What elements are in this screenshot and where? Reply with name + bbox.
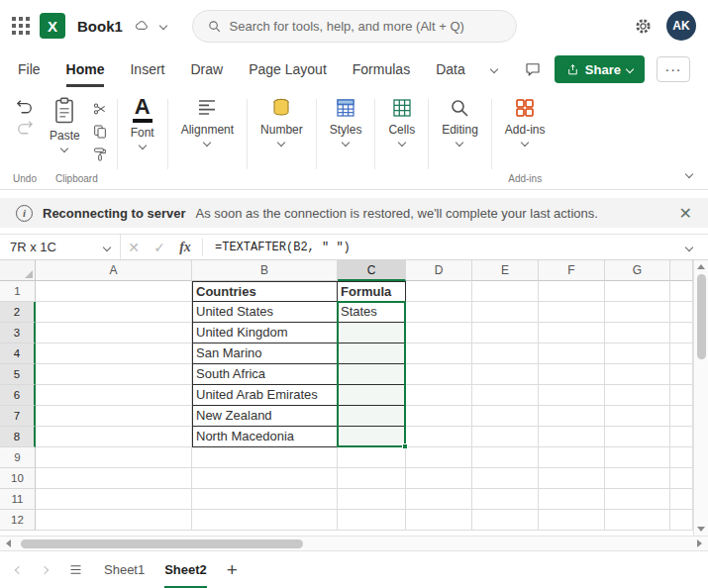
comments-button[interactable] — [523, 60, 543, 78]
cell-overflow-10[interactable] — [670, 468, 693, 489]
cell-F8[interactable] — [539, 427, 605, 447]
ribbon-collapse-chevron-icon[interactable] — [685, 170, 693, 178]
scroll-right-icon[interactable] — [697, 539, 702, 547]
cell-A10[interactable] — [36, 468, 192, 489]
cell-D4[interactable] — [406, 343, 472, 364]
column-header-G[interactable]: G — [605, 260, 670, 281]
cell-E11[interactable] — [472, 489, 539, 510]
select-all-corner[interactable] — [0, 260, 36, 281]
cell-C9[interactable] — [338, 447, 406, 468]
cell-C2[interactable]: States — [338, 302, 406, 323]
cell-A2[interactable] — [36, 302, 192, 323]
vertical-scroll-thumb[interactable] — [697, 274, 706, 359]
cell-A3[interactable] — [36, 323, 192, 343]
cell-D8[interactable] — [406, 427, 472, 447]
cell-B7[interactable]: New Zealand — [192, 406, 338, 427]
cut-button[interactable] — [92, 101, 108, 117]
menu-draw[interactable]: Draw — [190, 51, 223, 87]
cell-A1[interactable] — [36, 281, 192, 302]
cell-A6[interactable] — [36, 385, 192, 406]
excel-logo-icon[interactable]: X — [40, 13, 65, 39]
cell-G8[interactable] — [605, 427, 670, 447]
menu-formulas[interactable]: Formulas — [353, 51, 410, 87]
sheet-tab-sheet2[interactable]: Sheet2 — [164, 551, 207, 588]
workbook-title[interactable]: Book1 — [77, 18, 123, 35]
column-header-A[interactable]: A — [36, 260, 192, 281]
vertical-scrollbar[interactable] — [693, 260, 708, 536]
cell-G1[interactable] — [605, 281, 670, 302]
account-avatar[interactable]: AK — [666, 11, 696, 41]
cell-G10[interactable] — [605, 468, 670, 489]
cell-F6[interactable] — [539, 385, 605, 406]
column-header-F[interactable]: F — [539, 260, 605, 281]
previous-sheet-icon[interactable] — [15, 565, 23, 573]
global-search-input[interactable]: Search for tools, help, and more (Alt + … — [192, 10, 517, 43]
cell-overflow-7[interactable] — [670, 406, 693, 427]
cell-D9[interactable] — [406, 447, 472, 468]
cell-B2[interactable]: United States — [192, 302, 338, 323]
cell-B12[interactable] — [192, 510, 338, 531]
more-options-button[interactable]: ··· — [657, 56, 690, 82]
cell-D7[interactable] — [406, 406, 472, 427]
cell-overflow-8[interactable] — [670, 427, 693, 447]
cell-C3[interactable] — [338, 323, 406, 343]
row-header-1[interactable]: 1 — [0, 281, 36, 302]
cell-overflow-4[interactable] — [670, 343, 693, 364]
cell-C4[interactable] — [338, 343, 406, 364]
cell-E3[interactable] — [472, 323, 539, 343]
cell-E1[interactable] — [472, 281, 539, 302]
cell-G11[interactable] — [605, 489, 670, 510]
menu-page-layout[interactable]: Page Layout — [249, 51, 327, 87]
paste-button[interactable]: Paste — [42, 91, 88, 156]
all-sheets-icon[interactable] — [67, 562, 84, 577]
cell-D3[interactable] — [406, 323, 472, 343]
cell-G12[interactable] — [605, 510, 670, 531]
cell-B3[interactable]: United Kingdom — [192, 323, 338, 343]
formula-bar-expand-chevron-icon[interactable] — [685, 243, 693, 250]
cell-F2[interactable] — [539, 302, 605, 323]
cell-A9[interactable] — [36, 447, 192, 468]
cell-overflow-12[interactable] — [670, 510, 693, 531]
cell-E9[interactable] — [472, 447, 539, 468]
undo-button[interactable] — [14, 99, 36, 114]
cell-D10[interactable] — [406, 468, 472, 489]
cell-A12[interactable] — [36, 510, 192, 531]
cell-B1[interactable]: Countries — [192, 281, 338, 302]
enter-icon[interactable]: ✓ — [147, 240, 172, 255]
cell-E6[interactable] — [472, 385, 539, 406]
cell-G5[interactable] — [605, 364, 670, 385]
cell-C6[interactable] — [338, 385, 406, 406]
cell-B6[interactable]: United Arab Emirates — [192, 385, 338, 406]
cancel-icon[interactable]: ✕ — [121, 240, 147, 255]
cell-D5[interactable] — [406, 364, 472, 385]
cell-D1[interactable] — [406, 281, 472, 302]
cell-E10[interactable] — [472, 468, 539, 489]
cell-F4[interactable] — [539, 343, 605, 364]
cell-A5[interactable] — [36, 364, 192, 385]
cell-F1[interactable] — [539, 281, 605, 302]
cell-D2[interactable] — [406, 302, 472, 323]
insert-function-icon[interactable]: fx — [172, 240, 198, 255]
menu-overflow-chevron-icon[interactable] — [489, 65, 497, 73]
cell-A11[interactable] — [36, 489, 192, 510]
next-sheet-icon[interactable] — [41, 565, 49, 573]
horizontal-scrollbar[interactable] — [0, 536, 708, 550]
font-menu-button[interactable]: A Font — [123, 91, 162, 153]
menu-home[interactable]: Home — [66, 51, 105, 87]
scroll-down-icon[interactable] — [697, 527, 705, 532]
cell-C5[interactable] — [338, 364, 406, 385]
notification-close-icon[interactable]: ✕ — [679, 204, 692, 223]
cell-C11[interactable] — [338, 489, 406, 510]
cell-D6[interactable] — [406, 385, 472, 406]
row-header-12[interactable]: 12 — [0, 510, 36, 531]
alignment-menu-button[interactable]: Alignment — [173, 91, 242, 150]
cell-G3[interactable] — [605, 323, 670, 343]
cell-B10[interactable] — [192, 468, 338, 489]
cell-overflow-11[interactable] — [670, 489, 693, 510]
format-painter-button[interactable] — [92, 147, 108, 162]
cell-F5[interactable] — [539, 364, 605, 385]
cell-A7[interactable] — [36, 406, 192, 427]
row-header-3[interactable]: 3 — [0, 323, 36, 343]
row-header-2[interactable]: 2 — [0, 302, 36, 323]
column-header-E[interactable]: E — [472, 260, 539, 281]
